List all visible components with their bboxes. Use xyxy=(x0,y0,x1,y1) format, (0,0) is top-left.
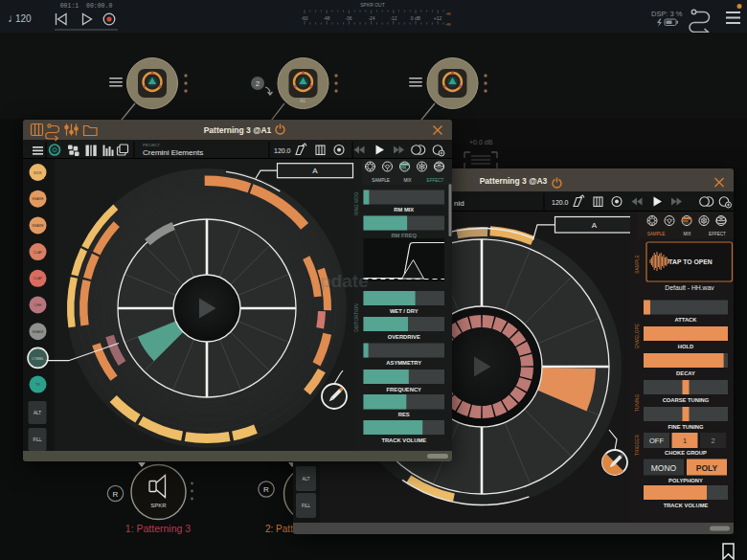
svg-text:2: 2 xyxy=(711,437,714,445)
svg-text:0 dB: 0 dB xyxy=(411,15,421,21)
svg-text:TR: TR xyxy=(35,383,40,387)
svg-text:A: A xyxy=(592,221,598,230)
svg-text:HOLD: HOLD xyxy=(678,344,693,349)
svg-text:1: Patterning 3: 1: Patterning 3 xyxy=(125,523,191,534)
svg-text:SNARE: SNARE xyxy=(32,197,44,201)
svg-text:A1: A1 xyxy=(300,99,306,103)
svg-text:ATTACK: ATTACK xyxy=(675,317,698,323)
svg-text:KICK: KICK xyxy=(34,171,42,175)
svg-text:FREQUENCY: FREQUENCY xyxy=(387,387,422,392)
svg-text:CHH: CHH xyxy=(34,303,42,307)
svg-text:ALT: ALT xyxy=(34,411,41,415)
svg-text:R: R xyxy=(113,490,119,499)
svg-text:OVERDRIVE: OVERDRIVE xyxy=(388,334,420,340)
svg-text:1: 1 xyxy=(683,437,687,445)
svg-text:SPKR OUT: SPKR OUT xyxy=(360,2,385,8)
svg-text:RM MIX: RM MIX xyxy=(394,207,414,213)
svg-text:COARSE TUNING: COARSE TUNING xyxy=(663,397,710,403)
svg-text:POLY: POLY xyxy=(696,463,718,473)
svg-text:TAP TO OPEN: TAP TO OPEN xyxy=(668,258,712,265)
svg-text:Default - HH.wav: Default - HH.wav xyxy=(665,284,714,291)
svg-text:nid: nid xyxy=(454,199,464,208)
svg-text:TRIGGER: TRIGGER xyxy=(635,435,640,456)
svg-text:DISTORTION: DISTORTION xyxy=(354,303,359,332)
svg-text:120.0: 120.0 xyxy=(274,147,291,154)
svg-text:RM FREQ: RM FREQ xyxy=(391,233,417,238)
svg-text:-12: -12 xyxy=(390,15,396,21)
svg-text:-24: -24 xyxy=(368,15,374,21)
svg-text:CYMBL: CYMBL xyxy=(32,357,43,361)
svg-text:-48: -48 xyxy=(323,15,329,21)
svg-text:CHOKE GROUP: CHOKE GROUP xyxy=(665,450,707,456)
svg-text:OFF: OFF xyxy=(649,437,664,445)
svg-text:SAMPLE: SAMPLE xyxy=(372,178,390,183)
svg-text:FINE TUNING: FINE TUNING xyxy=(668,424,704,430)
svg-text:TRACK VOLUME: TRACK VOLUME xyxy=(381,437,426,443)
svg-text:120: 120 xyxy=(15,13,32,24)
svg-text:FILL: FILL xyxy=(33,437,42,442)
svg-text:+0.0 dB: +0.0 dB xyxy=(469,139,493,146)
svg-text:-60: -60 xyxy=(301,15,307,21)
svg-text:CLAP: CLAP xyxy=(34,251,43,255)
svg-text:ASYMMETRY: ASYMMETRY xyxy=(386,360,421,366)
svg-text:WET / DRY: WET / DRY xyxy=(390,308,419,314)
svg-text:+12: +12 xyxy=(434,15,442,21)
svg-text:ALT: ALT xyxy=(303,477,310,482)
svg-text:R: R xyxy=(263,485,269,494)
svg-text:2: Patt: 2: Patt xyxy=(265,524,293,534)
svg-text:TUNING: TUNING xyxy=(635,394,640,413)
svg-text:RES: RES xyxy=(398,412,410,417)
svg-text:SNARE: SNARE xyxy=(32,224,44,228)
svg-text:EFFECT: EFFECT xyxy=(427,178,444,183)
svg-text:MIX: MIX xyxy=(683,232,690,236)
svg-text:Cremini Elements: Cremini Elements xyxy=(143,148,203,157)
svg-text:EFFECT: EFFECT xyxy=(709,232,726,236)
svg-text:Patterning 3 @A1: Patterning 3 @A1 xyxy=(204,125,272,135)
svg-text:CLAP: CLAP xyxy=(34,277,43,280)
svg-text:A: A xyxy=(312,167,318,175)
svg-text:SAMPLE: SAMPLE xyxy=(647,232,666,236)
svg-text:SHAKE: SHAKE xyxy=(32,330,44,334)
svg-text:-36: -36 xyxy=(345,15,351,21)
svg-text:-∞: -∞ xyxy=(445,21,451,27)
svg-text:001:1 00:00.0: 001:1 00:00.0 xyxy=(60,3,113,10)
svg-text:Patterning 3 @A3: Patterning 3 @A3 xyxy=(480,176,548,186)
svg-text:TRACK VOLUME: TRACK VOLUME xyxy=(664,503,709,508)
svg-text:SPKR: SPKR xyxy=(150,503,167,508)
svg-text:pdate: pdate xyxy=(320,271,369,291)
svg-text:DSP: 3 %: DSP: 3 % xyxy=(651,10,683,18)
svg-text:2: 2 xyxy=(256,79,260,88)
svg-text:RING MOD: RING MOD xyxy=(354,191,359,215)
svg-text:PROJECT: PROJECT xyxy=(143,144,160,147)
svg-text:ENVELOPE: ENVELOPE xyxy=(635,324,640,348)
svg-text:-∞: -∞ xyxy=(445,11,451,16)
svg-text:MIX: MIX xyxy=(403,178,411,183)
svg-text:FILL: FILL xyxy=(302,504,311,508)
svg-text:POLYPHONY: POLYPHONY xyxy=(668,478,703,483)
svg-text:MONO: MONO xyxy=(651,463,677,473)
svg-text:SAMPLE: SAMPLE xyxy=(635,255,640,273)
svg-text:DECAY: DECAY xyxy=(676,370,695,376)
svg-text:120.0: 120.0 xyxy=(552,199,569,206)
